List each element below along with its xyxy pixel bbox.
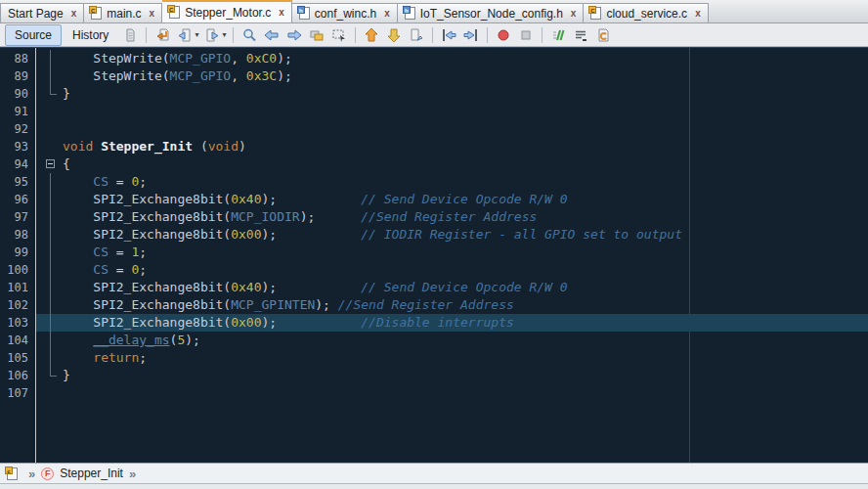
tab-main-c[interactable]: Cmain.cx	[84, 3, 162, 22]
code-text[interactable]: }	[35, 85, 868, 103]
code-text[interactable]: SPI2_Exchange8bit(0x40); // Send Device …	[35, 279, 868, 296]
start-macro-recording-button[interactable]	[493, 24, 514, 46]
close-icon[interactable]: x	[279, 8, 284, 18]
stop-macro-recording-button[interactable]	[515, 24, 537, 46]
code-text[interactable]: void Stepper_Init (void)	[35, 138, 868, 156]
jump-back-button[interactable]	[174, 24, 195, 46]
code-text[interactable]: CS = 1;	[35, 244, 868, 261]
close-icon[interactable]: x	[71, 9, 77, 19]
code-text[interactable]: SPI2_Exchange8bit(0x40); // Send Device …	[35, 191, 868, 208]
line-number[interactable]: 98	[0, 226, 35, 244]
tab-cloud-service-c[interactable]: Ccloud_service.cx	[584, 3, 708, 22]
code-line[interactable]: 96 SPI2_Exchange8bit(0x40); // Send Devi…	[0, 191, 868, 208]
close-icon[interactable]: x	[150, 9, 155, 19]
jump-forward-dropdown[interactable]: ▾	[222, 30, 226, 39]
code-line[interactable]: 101 SPI2_Exchange8bit(0x40); // Send Dev…	[0, 279, 868, 296]
tab-stepper-motor-c[interactable]: CStepper_Motor.cx	[162, 0, 292, 22]
toggle-highlight-button[interactable]	[306, 24, 327, 46]
code-text[interactable]: {	[35, 156, 868, 173]
code-line[interactable]: 98 SPI2_Exchange8bit(0x00); // IODIR Reg…	[0, 226, 868, 244]
chevron-icon[interactable]: »	[28, 467, 35, 481]
line-number[interactable]: 102	[0, 296, 35, 314]
code-text[interactable]: StepWrite(MCP_GPIO, 0xC0);	[35, 50, 868, 67]
line-number[interactable]: 101	[0, 279, 35, 296]
line-number[interactable]: 106	[0, 367, 35, 384]
code-text[interactable]: __delay_ms(5);	[35, 332, 868, 349]
code-line[interactable]: 88 StepWrite(MCP_GPIO, 0xC0);	[0, 50, 868, 67]
code-line[interactable]: 91	[0, 103, 868, 120]
previous-bookmark-button[interactable]	[361, 24, 382, 46]
code-line[interactable]: 99 CS = 1;	[0, 244, 868, 261]
go-to-header-source-button[interactable]	[592, 24, 614, 46]
line-number[interactable]: 91	[0, 103, 35, 120]
code-text[interactable]: SPI2_Exchange8bit(0x00); // IODIR Regist…	[35, 226, 868, 244]
code-line[interactable]: 106}	[0, 367, 868, 384]
code-text[interactable]: SPI2_Exchange8bit(MCP_IODIR); //Send Reg…	[35, 208, 868, 226]
code-text[interactable]: CS = 0;	[35, 173, 868, 191]
find-previous-button[interactable]	[261, 24, 282, 46]
line-number[interactable]: 95	[0, 173, 35, 191]
line-number[interactable]: 96	[0, 191, 35, 208]
close-icon[interactable]: x	[384, 9, 390, 19]
line-number[interactable]: 104	[0, 332, 35, 349]
next-bookmark-button[interactable]	[383, 24, 405, 46]
line-number[interactable]: 88	[0, 50, 35, 67]
tab-start-page[interactable]: Start Pagex	[0, 3, 84, 22]
code-line[interactable]: 100 CS = 0;	[0, 261, 868, 279]
code-line[interactable]: 105 return;	[0, 349, 868, 367]
line-number[interactable]: 97	[0, 208, 35, 226]
line-number[interactable]: 99	[0, 244, 35, 261]
toggle-bookmark-button[interactable]	[406, 24, 427, 46]
code-line[interactable]: 89 StepWrite(MCP_GPIO, 0x3C);	[0, 67, 868, 85]
shift-line-right-button[interactable]	[460, 24, 482, 46]
code-line[interactable]: 95 CS = 0;	[0, 173, 868, 191]
line-number[interactable]: 93	[0, 138, 35, 156]
code-line[interactable]: 93void Stepper_Init (void)	[0, 138, 868, 156]
code-line[interactable]: 107	[0, 384, 868, 402]
line-number[interactable]: 100	[0, 261, 35, 279]
code-editor[interactable]: 88 StepWrite(MCP_GPIO, 0xC0);89 StepWrit…	[0, 47, 868, 463]
find-selection-button[interactable]	[239, 24, 260, 46]
code-text[interactable]: CS = 0;	[35, 261, 868, 279]
line-number[interactable]: 94	[0, 156, 35, 173]
code-text[interactable]	[35, 120, 868, 138]
close-icon[interactable]: x	[571, 9, 577, 19]
code-text[interactable]: return;	[35, 349, 868, 367]
fold-collapse-icon[interactable]	[46, 156, 58, 173]
tab-conf-winc-h[interactable]: hconf_winc.hx	[292, 3, 398, 22]
jump-forward-button[interactable]	[201, 24, 223, 46]
find-next-button[interactable]	[283, 24, 305, 46]
code-line[interactable]: 102 SPI2_Exchange8bit(MCP_GPINTEN); //Se…	[0, 296, 868, 314]
last-edit-position-button[interactable]	[152, 24, 173, 46]
breadcrumb-function-name[interactable]: Stepper_Init	[60, 467, 123, 480]
close-icon[interactable]: x	[695, 9, 701, 19]
comment-button[interactable]	[547, 24, 569, 46]
line-number[interactable]: 92	[0, 120, 35, 138]
history-view-button[interactable]: History	[63, 24, 118, 46]
code-text[interactable]: SPI2_Exchange8bit(0x00); //Disable inter…	[35, 314, 868, 332]
code-text[interactable]	[35, 103, 868, 120]
code-line[interactable]: 103 SPI2_Exchange8bit(0x00); //Disable i…	[0, 314, 868, 332]
line-number[interactable]: 105	[0, 349, 35, 367]
jump-back-dropdown[interactable]: ▾	[195, 30, 198, 39]
code-text[interactable]: }	[35, 367, 868, 384]
code-text[interactable]: StepWrite(MCP_GPIO, 0x3C);	[35, 67, 868, 85]
code-line[interactable]: 97 SPI2_Exchange8bit(MCP_IODIR); //Send …	[0, 208, 868, 226]
code-line[interactable]: 104 __delay_ms(5);	[0, 332, 868, 349]
code-line[interactable]: 92	[0, 120, 868, 138]
line-number[interactable]: 89	[0, 67, 35, 85]
line-number[interactable]: 90	[0, 85, 35, 103]
code-line[interactable]: 90}	[0, 85, 868, 103]
rectangular-selection-button[interactable]	[328, 24, 350, 46]
line-number[interactable]: 107	[0, 384, 35, 402]
source-view-button[interactable]: Source	[5, 24, 62, 46]
shift-line-left-button[interactable]	[438, 24, 459, 46]
tab-iot-sensor-node-config-h[interactable]: hIoT_Sensor_Node_config.hx	[398, 3, 585, 22]
uncomment-button[interactable]	[570, 24, 591, 46]
code-line[interactable]: 94{	[0, 156, 868, 173]
code-text[interactable]: SPI2_Exchange8bit(MCP_GPINTEN); //Send R…	[35, 296, 868, 314]
line-number[interactable]: 103	[0, 314, 35, 332]
diff-button[interactable]	[119, 24, 141, 46]
chevron-icon[interactable]: »	[129, 467, 136, 481]
code-text[interactable]	[35, 384, 868, 402]
